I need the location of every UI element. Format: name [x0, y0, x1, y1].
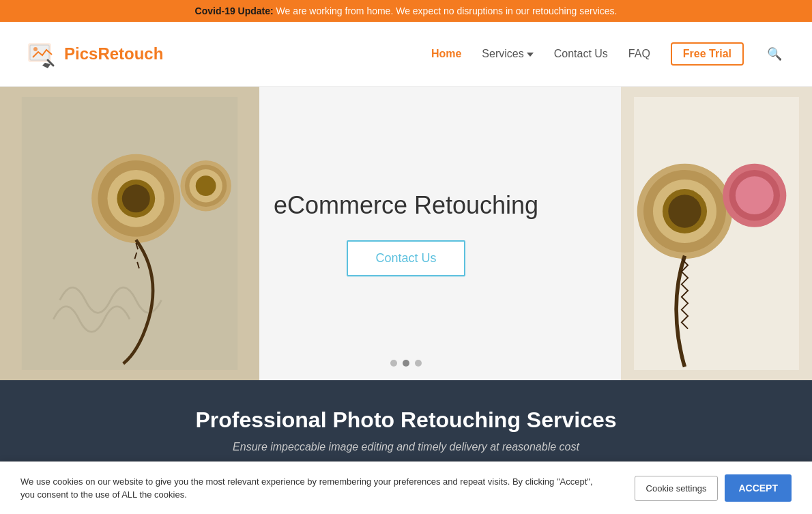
hero-title: eCommerce Retouching: [274, 191, 538, 220]
hero-right-image: [621, 87, 812, 380]
main-nav: Home Services Contact Us FAQ Free Trial …: [431, 42, 785, 66]
bottom-subtitle: Ensure impeccable image editing and time…: [14, 441, 798, 453]
cookie-banner: We use cookies on our website to give yo…: [0, 461, 812, 474]
nav-services[interactable]: Services: [482, 48, 533, 60]
covid-text: We are working from home. We expect no d…: [276, 5, 618, 16]
nav-faq[interactable]: FAQ: [628, 48, 650, 60]
slider-dots: [390, 360, 422, 367]
svg-point-12: [196, 175, 216, 196]
nav-contact-us[interactable]: Contact Us: [554, 48, 608, 60]
nav-home[interactable]: Home: [431, 48, 461, 60]
search-button[interactable]: 🔍: [764, 44, 785, 64]
hero-left-image: [0, 87, 259, 380]
svg-point-21: [736, 176, 774, 214]
hero-section: eCommerce Retouching Contact Us: [0, 87, 812, 380]
logo-link[interactable]: PicsRetouch: [27, 38, 163, 70]
hero-contact-button[interactable]: Contact Us: [347, 240, 465, 276]
services-chevron-icon: [527, 53, 534, 57]
covid-label: Covid-19 Update:: [195, 5, 274, 16]
svg-point-18: [668, 195, 701, 227]
svg-point-2: [33, 47, 38, 51]
hero-center-content: eCommerce Retouching Contact Us: [246, 164, 566, 304]
svg-point-8: [122, 184, 150, 212]
bottom-section: Professional Photo Retouching Services E…: [0, 380, 812, 474]
logo-icon: [27, 38, 59, 70]
nav-free-trial[interactable]: Free Trial: [671, 42, 744, 66]
slide-dot-3[interactable]: [415, 360, 422, 367]
covid-banner: Covid-19 Update: We are working from hom…: [0, 0, 812, 22]
slide-dot-1[interactable]: [390, 360, 397, 367]
bottom-title: Professional Photo Retouching Services: [14, 408, 798, 433]
logo-text: PicsRetouch: [64, 44, 163, 63]
search-icon: 🔍: [767, 47, 782, 61]
slide-dot-2[interactable]: [403, 360, 409, 367]
header: PicsRetouch Home Services Contact Us FAQ…: [0, 22, 812, 87]
